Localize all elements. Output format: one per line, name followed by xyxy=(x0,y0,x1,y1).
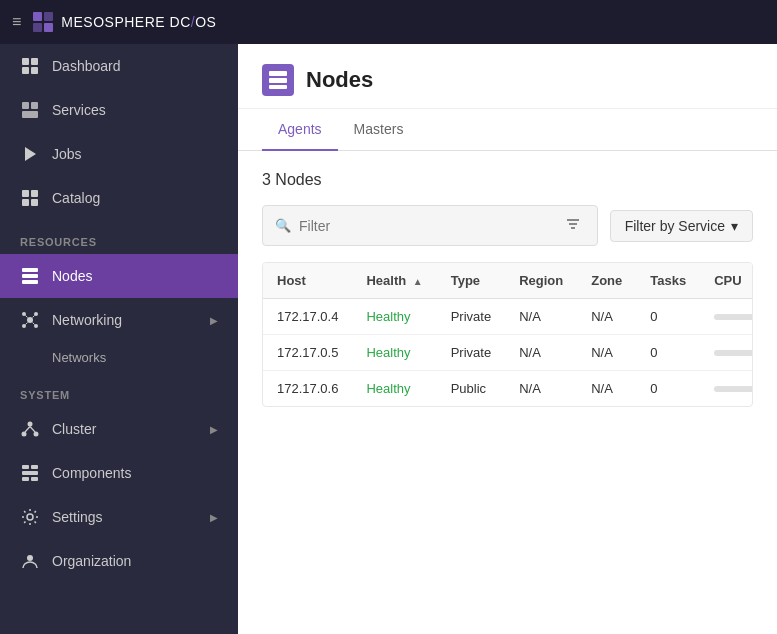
tab-masters[interactable]: Masters xyxy=(338,109,420,151)
logo: MESOSPHERE DC/OS xyxy=(31,10,216,34)
svg-rect-4 xyxy=(22,58,29,65)
system-section-label: System xyxy=(0,373,238,407)
networking-expand-arrow: ▶ xyxy=(210,315,218,326)
sidebar-item-networking[interactable]: Networking ▶ xyxy=(0,298,238,342)
sidebar-item-catalog[interactable]: Catalog xyxy=(0,176,238,220)
svg-line-24 xyxy=(25,315,27,317)
sidebar-networking-label: Networking xyxy=(52,312,122,328)
cell-region-1: N/A xyxy=(505,335,577,371)
cluster-expand-arrow: ▶ xyxy=(210,424,218,435)
sidebar-components-label: Components xyxy=(52,465,131,481)
col-header-health[interactable]: Health ▲ xyxy=(352,263,436,299)
search-input[interactable] xyxy=(299,218,553,234)
cluster-icon xyxy=(20,419,40,439)
sidebar-item-components[interactable]: Components xyxy=(0,451,238,495)
cell-zone-1: N/A xyxy=(577,335,636,371)
table-header-row: Host Health ▲ Type Region Zone Tasks CPU… xyxy=(263,263,753,299)
sidebar-item-networks[interactable]: Networks xyxy=(0,342,238,373)
filter-columns-button[interactable] xyxy=(561,212,585,239)
tabs-bar: Agents Masters xyxy=(238,109,777,151)
sidebar-nodes-label: Nodes xyxy=(52,268,92,284)
tab-agents[interactable]: Agents xyxy=(262,109,338,151)
sidebar-item-organization[interactable]: Organization xyxy=(0,539,238,583)
cell-tasks-1: 0 xyxy=(636,335,700,371)
svg-rect-7 xyxy=(31,67,38,74)
sidebar-item-nodes[interactable]: Nodes xyxy=(0,254,238,298)
components-icon xyxy=(20,463,40,483)
svg-rect-12 xyxy=(22,190,29,197)
svg-rect-10 xyxy=(22,111,38,118)
cell-cpu-0: 0% xyxy=(700,299,753,335)
page-title: Nodes xyxy=(306,67,373,93)
filter-by-service-button[interactable]: Filter by Service ▾ xyxy=(610,210,753,242)
search-box: 🔍 xyxy=(262,205,598,246)
sidebar-item-services[interactable]: Services xyxy=(0,88,238,132)
cell-cpu-2: 0% xyxy=(700,371,753,407)
svg-point-23 xyxy=(34,324,38,328)
table-row: 172.17.0.6 Healthy Public N/A N/A 0 0% xyxy=(263,371,753,407)
table-row: 172.17.0.4 Healthy Private N/A N/A 0 0% xyxy=(263,299,753,335)
sidebar-services-label: Services xyxy=(52,102,106,118)
toolbar: 🔍 Filter by Service ▾ xyxy=(262,205,753,246)
svg-rect-5 xyxy=(31,58,38,65)
table-row: 172.17.0.5 Healthy Private N/A N/A 0 0% xyxy=(263,335,753,371)
cell-type-1: Private xyxy=(437,335,505,371)
svg-rect-35 xyxy=(22,471,38,475)
col-header-region: Region xyxy=(505,263,577,299)
cell-host-0: 172.17.0.4 xyxy=(263,299,352,335)
svg-marker-11 xyxy=(25,147,36,161)
content-area: 3 Nodes 🔍 Filter by Service ▾ xyxy=(238,151,777,427)
services-icon xyxy=(20,100,40,120)
nodes-table: Host Health ▲ Type Region Zone Tasks CPU… xyxy=(263,263,753,406)
cell-tasks-2: 0 xyxy=(636,371,700,407)
svg-rect-40 xyxy=(269,71,287,76)
svg-rect-2 xyxy=(33,23,42,32)
col-header-type: Type xyxy=(437,263,505,299)
col-header-host: Host xyxy=(263,263,352,299)
sidebar-jobs-label: Jobs xyxy=(52,146,82,162)
svg-rect-16 xyxy=(22,268,38,272)
svg-rect-36 xyxy=(22,477,29,481)
sidebar-item-jobs[interactable]: Jobs xyxy=(0,132,238,176)
sidebar: Dashboard Services Jobs Catalog Resource… xyxy=(0,44,238,634)
dashboard-icon xyxy=(20,56,40,76)
sidebar-networks-label: Networks xyxy=(52,350,106,365)
sidebar-cluster-label: Cluster xyxy=(52,421,96,437)
search-icon: 🔍 xyxy=(275,218,291,233)
sidebar-catalog-label: Catalog xyxy=(52,190,100,206)
svg-point-30 xyxy=(34,432,39,437)
sidebar-item-settings[interactable]: Settings ▶ xyxy=(0,495,238,539)
svg-rect-17 xyxy=(22,274,38,278)
svg-point-22 xyxy=(22,324,26,328)
filter-service-label: Filter by Service xyxy=(625,218,725,234)
filter-service-arrow: ▾ xyxy=(731,218,738,234)
col-header-zone: Zone xyxy=(577,263,636,299)
svg-point-20 xyxy=(22,312,26,316)
nodes-table-wrapper: Host Health ▲ Type Region Zone Tasks CPU… xyxy=(262,262,753,407)
cell-region-2: N/A xyxy=(505,371,577,407)
svg-rect-6 xyxy=(22,67,29,74)
cell-host-2: 172.17.0.6 xyxy=(263,371,352,407)
hamburger-icon[interactable]: ≡ xyxy=(12,13,21,31)
resources-section-label: Resources xyxy=(0,220,238,254)
svg-rect-37 xyxy=(31,477,38,481)
jobs-icon xyxy=(20,144,40,164)
sidebar-item-cluster[interactable]: Cluster ▶ xyxy=(0,407,238,451)
cell-host-1: 172.17.0.5 xyxy=(263,335,352,371)
svg-rect-18 xyxy=(22,280,38,284)
page-header-icon xyxy=(262,64,294,96)
cell-cpu-1: 0% xyxy=(700,335,753,371)
sidebar-organization-label: Organization xyxy=(52,553,131,569)
cell-zone-2: N/A xyxy=(577,371,636,407)
nodes-count: 3 Nodes xyxy=(262,171,753,189)
svg-rect-41 xyxy=(269,78,287,83)
sidebar-item-dashboard[interactable]: Dashboard xyxy=(0,44,238,88)
main-content: Nodes Agents Masters 3 Nodes 🔍 Filter by… xyxy=(238,44,777,634)
sidebar-settings-label: Settings xyxy=(52,509,103,525)
svg-point-21 xyxy=(34,312,38,316)
settings-expand-arrow: ▶ xyxy=(210,512,218,523)
svg-rect-33 xyxy=(22,465,29,469)
svg-point-39 xyxy=(27,555,33,561)
svg-line-31 xyxy=(25,427,30,433)
cell-health-2: Healthy xyxy=(352,371,436,407)
